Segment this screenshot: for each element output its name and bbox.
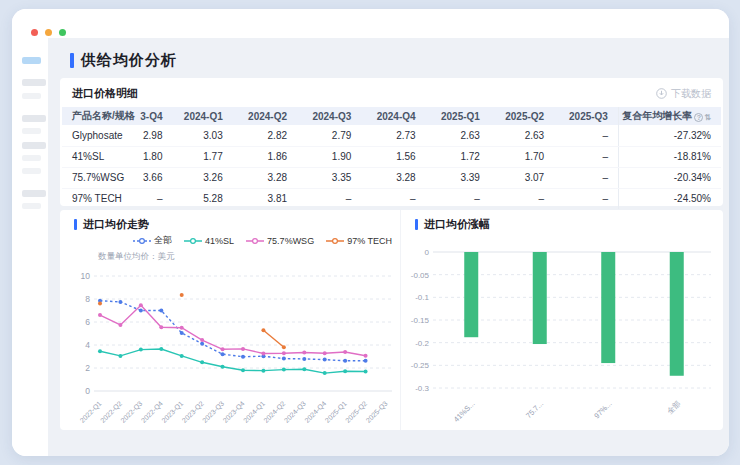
price-cell: 2.73 <box>361 125 425 146</box>
price-cell: 2.82 <box>233 125 297 146</box>
sidebar-item[interactable] <box>22 190 46 197</box>
svg-text:75.7...: 75.7... <box>524 399 545 420</box>
price-cell: 2.98 <box>136 125 168 146</box>
price-cell: 3.26 <box>168 167 232 188</box>
price-cell: 3.81 <box>233 188 297 209</box>
legend-item[interactable]: 97% TECH <box>326 236 392 246</box>
window-titlebar <box>12 9 729 38</box>
title-accent-bar <box>70 53 74 68</box>
price-cell: 3.35 <box>297 167 361 188</box>
legend-item[interactable]: 41%SL <box>184 236 234 246</box>
price-cell: 3.03 <box>168 125 232 146</box>
app-window: 供给均价分析 进口价格明细 下载数据 产品名称/规格3-Q42024-Q1202… <box>12 9 729 456</box>
price-cell: – <box>361 188 425 209</box>
price-cell: – <box>490 188 554 209</box>
product-name-cell: 41%SL <box>62 146 136 167</box>
column-header[interactable]: 复合年均增长率?⇅ <box>618 107 721 125</box>
column-header: 产品名称/规格 <box>62 107 136 125</box>
chart-title-accent-bar <box>74 219 77 230</box>
zoom-window-button[interactable] <box>59 29 66 36</box>
help-icon[interactable]: ? <box>694 113 703 122</box>
legend-marker-icon <box>326 237 344 245</box>
price-cell: 5.28 <box>168 188 232 209</box>
svg-text:-0.05: -0.05 <box>411 271 430 280</box>
table-row[interactable]: Glyphosate2.983.032.822.792.732.632.63–-… <box>62 125 721 146</box>
cagr-cell: -20.34% <box>618 167 721 188</box>
bar-chart-pane: 进口均价涨幅 0-0.05-0.1-0.15-0.2-0.25-0.341%S.… <box>400 210 723 430</box>
price-cell: 2.79 <box>297 125 361 146</box>
price-cell: 3.07 <box>490 167 554 188</box>
chart-title-accent-bar <box>415 219 418 230</box>
price-cell: – <box>554 167 618 188</box>
svg-text:2: 2 <box>85 363 90 373</box>
sidebar-item[interactable] <box>22 79 46 86</box>
svg-text:全部: 全部 <box>665 399 682 416</box>
page-title: 供给均价分析 <box>81 51 177 70</box>
price-cell: 1.80 <box>136 146 168 167</box>
price-cell: – <box>136 188 168 209</box>
close-window-button[interactable] <box>31 29 38 36</box>
download-data-button[interactable]: 下载数据 <box>656 87 711 101</box>
legend-item[interactable]: 全部 <box>133 234 172 247</box>
line-chart-canvas[interactable]: 02468102022-Q12022-Q22022-Q32022-Q42023-… <box>66 264 396 426</box>
svg-text:0: 0 <box>85 386 90 396</box>
sidebar-item-active[interactable] <box>22 57 41 64</box>
column-header: 2024-Q1 <box>168 107 232 125</box>
cagr-cell: -24.50% <box>618 188 721 209</box>
svg-text:-0.2: -0.2 <box>415 339 429 348</box>
sidebar-item[interactable] <box>22 128 41 134</box>
sorter-icon[interactable]: ⇅ <box>704 114 711 122</box>
column-header: 2024-Q3 <box>297 107 361 125</box>
sidebar-item[interactable] <box>22 93 41 99</box>
cagr-cell: -18.81% <box>618 146 721 167</box>
legend-marker-icon <box>133 237 151 245</box>
column-header: 2025-Q1 <box>426 107 490 125</box>
table-row[interactable]: 75.7%WSG3.663.263.283.353.283.393.07–-20… <box>62 167 721 188</box>
price-cell: 3.39 <box>426 167 490 188</box>
price-cell: 3.28 <box>233 167 297 188</box>
price-cell: 3.28 <box>361 167 425 188</box>
column-header: 2024-Q2 <box>233 107 297 125</box>
price-cell: 1.70 <box>490 146 554 167</box>
column-header: 2025-Q2 <box>490 107 554 125</box>
minimize-window-button[interactable] <box>45 29 52 36</box>
column-header: 2024-Q4 <box>361 107 425 125</box>
bar-chart-canvas[interactable]: 0-0.05-0.1-0.15-0.2-0.25-0.341%S...75.7.… <box>405 238 719 424</box>
table-row[interactable]: 41%SL1.801.771.861.901.561.721.70–-18.81… <box>62 146 721 167</box>
sidebar-nav <box>12 38 48 456</box>
legend-item[interactable]: 75.7%WSG <box>246 236 314 246</box>
cagr-cell: -27.32% <box>618 125 721 146</box>
column-header: 3-Q4 <box>136 107 168 125</box>
price-cell: 3.66 <box>136 167 168 188</box>
svg-text:8: 8 <box>85 294 90 304</box>
price-cell: – <box>554 125 618 146</box>
product-name-cell: 97% TECH <box>62 188 136 209</box>
table-row[interactable]: 97% TECH–5.283.81–––––-24.50% <box>62 188 721 209</box>
svg-text:0: 0 <box>425 248 430 257</box>
column-header: 2025-Q3 <box>554 107 618 125</box>
price-table-card: 进口价格明细 下载数据 产品名称/规格3-Q42024-Q12024-Q2202… <box>60 78 723 206</box>
price-table: 产品名称/规格3-Q42024-Q12024-Q22024-Q32024-Q42… <box>62 107 721 209</box>
price-cell: – <box>297 188 361 209</box>
charts-card: 进口均价走势 全部41%SL75.7%WSG97% TECH 数量单位均价：美元… <box>60 210 723 430</box>
svg-text:41%S...: 41%S... <box>452 399 477 424</box>
sidebar-item[interactable] <box>22 142 46 149</box>
svg-text:4: 4 <box>85 340 90 350</box>
download-icon <box>656 88 667 99</box>
product-name-cell: Glyphosate <box>62 125 136 146</box>
table-card-title: 进口价格明细 <box>72 86 138 101</box>
price-table-body: Glyphosate2.983.032.822.792.732.632.63–-… <box>62 125 721 209</box>
svg-text:-0.15: -0.15 <box>411 316 430 325</box>
line-chart-pane: 进口均价走势 全部41%SL75.7%WSG97% TECH 数量单位均价：美元… <box>60 210 400 430</box>
price-cell: 2.63 <box>426 125 490 146</box>
sidebar-item[interactable] <box>22 203 41 209</box>
price-cell: 1.86 <box>233 146 297 167</box>
download-label: 下载数据 <box>671 87 711 101</box>
sidebar-item[interactable] <box>22 168 41 174</box>
price-cell: – <box>426 188 490 209</box>
svg-text:-0.1: -0.1 <box>415 293 429 302</box>
bar-chart-title: 进口均价涨幅 <box>424 217 490 232</box>
sidebar-item[interactable] <box>22 115 46 122</box>
sidebar-item[interactable] <box>22 155 41 161</box>
svg-text:-0.25: -0.25 <box>411 361 430 370</box>
